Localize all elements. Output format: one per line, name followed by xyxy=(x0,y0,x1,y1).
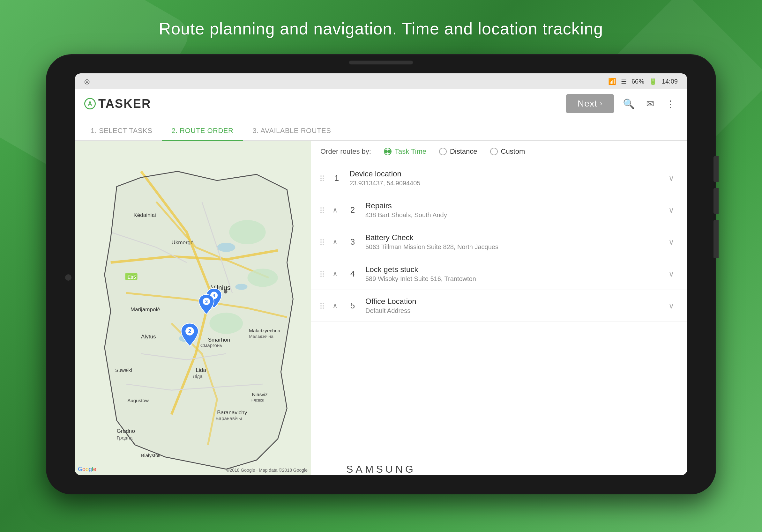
svg-text:Ліда: Ліда xyxy=(193,373,203,379)
svg-point-6 xyxy=(209,312,243,334)
svg-text:Ukmergė: Ukmergė xyxy=(171,239,193,245)
app-header: A TASKER Next › 🔍 ✉ ⋮ xyxy=(75,89,687,118)
expand-button[interactable]: ∨ xyxy=(665,237,678,246)
svg-point-10 xyxy=(224,290,227,294)
svg-text:Нясвіж: Нясвіж xyxy=(251,398,264,403)
expand-button[interactable]: ∨ xyxy=(665,301,678,310)
svg-text:Białystok: Białystok xyxy=(141,453,161,458)
route-item: ∧ 3 Battery Check 5063 Tillman Mission S… xyxy=(311,226,687,258)
item-number: 2 xyxy=(346,205,359,215)
item-info: Office Location Default Address xyxy=(365,297,658,314)
search-button[interactable]: 🔍 xyxy=(620,96,637,112)
item-info: Device location 23.9313437, 54.9094405 xyxy=(349,169,658,187)
route-item: ∧ 5 Office Location Default Address ∨ xyxy=(311,290,687,322)
item-info: Lock gets stuck 589 Wisoky Inlet Suite 5… xyxy=(365,265,658,283)
item-address: 589 Wisoky Inlet Suite 516, Trantowton xyxy=(365,275,658,283)
up-arrow[interactable]: ∧ xyxy=(330,302,340,310)
distance-option[interactable]: Distance xyxy=(439,147,477,156)
svg-text:Alytus: Alytus xyxy=(141,333,156,340)
item-title: Office Location xyxy=(365,297,658,306)
wifi-icon: 📶 xyxy=(608,78,616,85)
item-address: 438 Bart Shoals, South Andy xyxy=(365,212,658,219)
svg-text:Смаргонь: Смаргонь xyxy=(200,343,222,348)
svg-text:Baranavichy: Baranavichy xyxy=(217,409,247,416)
up-arrow[interactable]: ∧ xyxy=(330,270,340,278)
route-controls: Order routes by: Task Time Distance xyxy=(311,141,687,162)
route-item: 1 Device location 23.9313437, 54.9094405… xyxy=(311,162,687,194)
item-address: 5063 Tillman Mission Suite 828, North Ja… xyxy=(365,243,658,251)
speaker-grill xyxy=(349,61,413,64)
volume-down-button[interactable] xyxy=(714,188,719,214)
volume-up-button[interactable] xyxy=(714,156,719,182)
side-buttons xyxy=(714,156,719,258)
tab-route-order[interactable]: 2. ROUTE ORDER xyxy=(162,127,243,141)
drag-handle[interactable] xyxy=(320,271,324,277)
svg-text:Maladzyechna: Maladzyechna xyxy=(249,328,280,333)
status-bar-left: ◎ xyxy=(84,78,90,85)
status-bar: ◎ 📶 ☰ 66% 🔋 14:09 xyxy=(75,73,687,89)
time-display: 14:09 xyxy=(662,78,678,85)
expand-button[interactable]: ∨ xyxy=(665,270,678,279)
expand-button[interactable]: ∨ xyxy=(665,206,678,215)
distance-label: Distance xyxy=(450,147,477,156)
svg-text:Lida: Lida xyxy=(196,367,206,373)
battery-percentage: 66% xyxy=(632,78,644,85)
up-arrow[interactable]: ∧ xyxy=(330,206,340,214)
svg-text:Баранавічы: Баранавічы xyxy=(215,416,242,421)
item-title: Repairs xyxy=(365,201,658,210)
logo-icon: A xyxy=(84,98,96,109)
next-label: Next xyxy=(577,99,597,109)
samsung-brand: SAMSUNG xyxy=(346,463,416,475)
route-item: ∧ 2 Repairs 438 Bart Shoals, South Andy … xyxy=(311,194,687,226)
right-panel: Order routes by: Task Time Distance xyxy=(311,141,687,475)
power-button[interactable] xyxy=(714,220,719,258)
app-indicator-icon: ◎ xyxy=(84,78,90,85)
task-time-radio[interactable] xyxy=(384,148,392,155)
custom-label: Custom xyxy=(501,147,525,156)
map-svg: Kėdainiai Ukmergė Vilnius E85 E85 Marija… xyxy=(75,141,311,475)
battery-icon: 🔋 xyxy=(649,78,657,85)
camera-left xyxy=(65,274,71,281)
up-arrow[interactable]: ∧ xyxy=(330,238,340,246)
expand-button[interactable]: ∨ xyxy=(665,174,678,183)
svg-text:Гродна: Гродна xyxy=(117,435,133,440)
tab-select-tasks[interactable]: 1. SELECT TASKS xyxy=(81,127,162,141)
svg-text:Kėdainiai: Kėdainiai xyxy=(133,212,156,218)
custom-radio[interactable] xyxy=(490,148,498,155)
task-time-option[interactable]: Task Time xyxy=(384,147,426,156)
svg-text:Augustów: Augustów xyxy=(127,398,149,403)
distance-radio[interactable] xyxy=(439,148,447,155)
drag-handle[interactable] xyxy=(320,303,324,309)
more-options-button[interactable]: ⋮ xyxy=(663,96,678,112)
item-title: Lock gets stuck xyxy=(365,265,658,274)
svg-text:3: 3 xyxy=(205,299,208,304)
app-logo: A TASKER xyxy=(84,97,151,111)
next-chevron: › xyxy=(600,100,602,108)
svg-point-5 xyxy=(247,269,277,287)
app-name: TASKER xyxy=(98,97,151,111)
main-content: Kėdainiai Ukmergė Vilnius E85 E85 Marija… xyxy=(75,141,687,475)
item-address: Default Address xyxy=(365,307,658,314)
tab-available-routes[interactable]: 3. AVAILABLE ROUTES xyxy=(243,127,341,141)
mail-button[interactable]: ✉ xyxy=(644,96,657,112)
order-label: Order routes by: xyxy=(320,147,371,156)
drag-handle[interactable] xyxy=(320,239,324,245)
header-actions: Next › 🔍 ✉ ⋮ xyxy=(566,94,678,113)
drag-handle[interactable] xyxy=(320,175,324,181)
tablet-shell: SAMSUNG ◎ 📶 ☰ 66% 🔋 14:09 A TASKER xyxy=(46,54,716,495)
item-title: Device location xyxy=(349,169,658,178)
svg-text:2: 2 xyxy=(188,328,191,334)
status-bar-right: 📶 ☰ 66% 🔋 14:09 xyxy=(608,78,678,85)
next-button[interactable]: Next › xyxy=(566,94,614,113)
google-watermark: Google xyxy=(78,466,96,473)
item-number: 5 xyxy=(346,301,359,311)
map-panel: Kėdainiai Ukmergė Vilnius E85 E85 Marija… xyxy=(75,141,311,475)
map-copyright: ©2018 Google · Map data ©2018 Google xyxy=(226,468,308,473)
tab-navigation: 1. SELECT TASKS 2. ROUTE ORDER 3. AVAILA… xyxy=(75,118,687,141)
drag-handle[interactable] xyxy=(320,207,324,213)
route-item: ∧ 4 Lock gets stuck 589 Wisoky Inlet Sui… xyxy=(311,258,687,290)
item-number: 4 xyxy=(346,269,359,279)
item-info: Battery Check 5063 Tillman Mission Suite… xyxy=(365,233,658,251)
custom-option[interactable]: Custom xyxy=(490,147,525,156)
svg-text:4: 4 xyxy=(212,293,215,298)
